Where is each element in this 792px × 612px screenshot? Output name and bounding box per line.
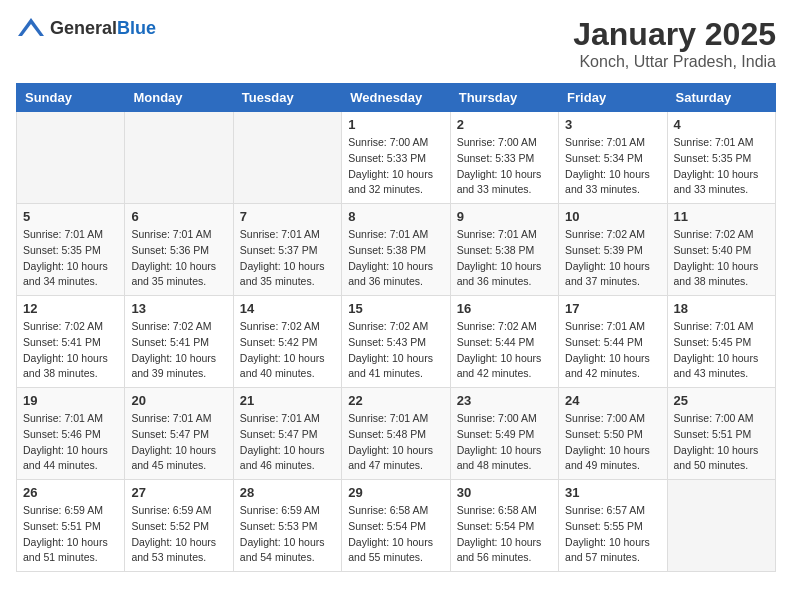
calendar-week-row: 19Sunrise: 7:01 AM Sunset: 5:46 PM Dayli…: [17, 388, 776, 480]
table-row: 15Sunrise: 7:02 AM Sunset: 5:43 PM Dayli…: [342, 296, 450, 388]
day-info: Sunrise: 7:02 AM Sunset: 5:42 PM Dayligh…: [240, 319, 335, 382]
table-row: 29Sunrise: 6:58 AM Sunset: 5:54 PM Dayli…: [342, 480, 450, 572]
day-info: Sunrise: 7:00 AM Sunset: 5:50 PM Dayligh…: [565, 411, 660, 474]
day-number: 15: [348, 301, 443, 316]
table-row: 30Sunrise: 6:58 AM Sunset: 5:54 PM Dayli…: [450, 480, 558, 572]
logo: GeneralBlue: [16, 16, 156, 40]
calendar-location: Konch, Uttar Pradesh, India: [573, 53, 776, 71]
day-number: 26: [23, 485, 118, 500]
table-row: 10Sunrise: 7:02 AM Sunset: 5:39 PM Dayli…: [559, 204, 667, 296]
table-row: 7Sunrise: 7:01 AM Sunset: 5:37 PM Daylig…: [233, 204, 341, 296]
day-number: 29: [348, 485, 443, 500]
day-number: 14: [240, 301, 335, 316]
day-info: Sunrise: 7:01 AM Sunset: 5:44 PM Dayligh…: [565, 319, 660, 382]
day-number: 2: [457, 117, 552, 132]
day-info: Sunrise: 7:00 AM Sunset: 5:51 PM Dayligh…: [674, 411, 769, 474]
table-row: 2Sunrise: 7:00 AM Sunset: 5:33 PM Daylig…: [450, 112, 558, 204]
day-number: 12: [23, 301, 118, 316]
day-number: 5: [23, 209, 118, 224]
day-info: Sunrise: 7:01 AM Sunset: 5:38 PM Dayligh…: [348, 227, 443, 290]
day-number: 16: [457, 301, 552, 316]
day-number: 4: [674, 117, 769, 132]
day-info: Sunrise: 7:01 AM Sunset: 5:36 PM Dayligh…: [131, 227, 226, 290]
table-row: 25Sunrise: 7:00 AM Sunset: 5:51 PM Dayli…: [667, 388, 775, 480]
day-info: Sunrise: 6:57 AM Sunset: 5:55 PM Dayligh…: [565, 503, 660, 566]
table-row: [125, 112, 233, 204]
day-number: 20: [131, 393, 226, 408]
col-tuesday: Tuesday: [233, 84, 341, 112]
day-info: Sunrise: 6:59 AM Sunset: 5:51 PM Dayligh…: [23, 503, 118, 566]
calendar-header-row: Sunday Monday Tuesday Wednesday Thursday…: [17, 84, 776, 112]
table-row: [233, 112, 341, 204]
calendar-week-row: 12Sunrise: 7:02 AM Sunset: 5:41 PM Dayli…: [17, 296, 776, 388]
day-info: Sunrise: 6:58 AM Sunset: 5:54 PM Dayligh…: [457, 503, 552, 566]
table-row: 13Sunrise: 7:02 AM Sunset: 5:41 PM Dayli…: [125, 296, 233, 388]
day-info: Sunrise: 7:01 AM Sunset: 5:46 PM Dayligh…: [23, 411, 118, 474]
day-info: Sunrise: 7:01 AM Sunset: 5:34 PM Dayligh…: [565, 135, 660, 198]
day-number: 27: [131, 485, 226, 500]
table-row: 20Sunrise: 7:01 AM Sunset: 5:47 PM Dayli…: [125, 388, 233, 480]
day-info: Sunrise: 7:00 AM Sunset: 5:49 PM Dayligh…: [457, 411, 552, 474]
col-friday: Friday: [559, 84, 667, 112]
col-saturday: Saturday: [667, 84, 775, 112]
day-info: Sunrise: 7:02 AM Sunset: 5:44 PM Dayligh…: [457, 319, 552, 382]
day-number: 6: [131, 209, 226, 224]
day-number: 21: [240, 393, 335, 408]
table-row: 14Sunrise: 7:02 AM Sunset: 5:42 PM Dayli…: [233, 296, 341, 388]
day-number: 19: [23, 393, 118, 408]
day-number: 30: [457, 485, 552, 500]
table-row: 1Sunrise: 7:00 AM Sunset: 5:33 PM Daylig…: [342, 112, 450, 204]
day-number: 28: [240, 485, 335, 500]
day-info: Sunrise: 7:00 AM Sunset: 5:33 PM Dayligh…: [457, 135, 552, 198]
day-info: Sunrise: 6:59 AM Sunset: 5:52 PM Dayligh…: [131, 503, 226, 566]
table-row: 23Sunrise: 7:00 AM Sunset: 5:49 PM Dayli…: [450, 388, 558, 480]
table-row: 26Sunrise: 6:59 AM Sunset: 5:51 PM Dayli…: [17, 480, 125, 572]
calendar-table: Sunday Monday Tuesday Wednesday Thursday…: [16, 83, 776, 572]
day-info: Sunrise: 7:01 AM Sunset: 5:38 PM Dayligh…: [457, 227, 552, 290]
table-row: 27Sunrise: 6:59 AM Sunset: 5:52 PM Dayli…: [125, 480, 233, 572]
day-info: Sunrise: 7:01 AM Sunset: 5:37 PM Dayligh…: [240, 227, 335, 290]
table-row: 22Sunrise: 7:01 AM Sunset: 5:48 PM Dayli…: [342, 388, 450, 480]
table-row: [17, 112, 125, 204]
day-info: Sunrise: 7:02 AM Sunset: 5:40 PM Dayligh…: [674, 227, 769, 290]
table-row: 6Sunrise: 7:01 AM Sunset: 5:36 PM Daylig…: [125, 204, 233, 296]
day-number: 7: [240, 209, 335, 224]
table-row: 17Sunrise: 7:01 AM Sunset: 5:44 PM Dayli…: [559, 296, 667, 388]
table-row: 28Sunrise: 6:59 AM Sunset: 5:53 PM Dayli…: [233, 480, 341, 572]
day-info: Sunrise: 7:02 AM Sunset: 5:41 PM Dayligh…: [131, 319, 226, 382]
table-row: 8Sunrise: 7:01 AM Sunset: 5:38 PM Daylig…: [342, 204, 450, 296]
table-row: 5Sunrise: 7:01 AM Sunset: 5:35 PM Daylig…: [17, 204, 125, 296]
table-row: 18Sunrise: 7:01 AM Sunset: 5:45 PM Dayli…: [667, 296, 775, 388]
table-row: 9Sunrise: 7:01 AM Sunset: 5:38 PM Daylig…: [450, 204, 558, 296]
table-row: 19Sunrise: 7:01 AM Sunset: 5:46 PM Dayli…: [17, 388, 125, 480]
day-info: Sunrise: 7:00 AM Sunset: 5:33 PM Dayligh…: [348, 135, 443, 198]
col-thursday: Thursday: [450, 84, 558, 112]
table-row: 3Sunrise: 7:01 AM Sunset: 5:34 PM Daylig…: [559, 112, 667, 204]
day-number: 31: [565, 485, 660, 500]
day-number: 3: [565, 117, 660, 132]
logo-icon: [16, 16, 46, 40]
day-number: 17: [565, 301, 660, 316]
table-row: 4Sunrise: 7:01 AM Sunset: 5:35 PM Daylig…: [667, 112, 775, 204]
day-number: 11: [674, 209, 769, 224]
day-number: 9: [457, 209, 552, 224]
col-sunday: Sunday: [17, 84, 125, 112]
table-row: 12Sunrise: 7:02 AM Sunset: 5:41 PM Dayli…: [17, 296, 125, 388]
day-number: 1: [348, 117, 443, 132]
table-row: 21Sunrise: 7:01 AM Sunset: 5:47 PM Dayli…: [233, 388, 341, 480]
logo-blue-text: Blue: [117, 18, 156, 38]
col-wednesday: Wednesday: [342, 84, 450, 112]
table-row: 16Sunrise: 7:02 AM Sunset: 5:44 PM Dayli…: [450, 296, 558, 388]
day-info: Sunrise: 6:59 AM Sunset: 5:53 PM Dayligh…: [240, 503, 335, 566]
table-row: 24Sunrise: 7:00 AM Sunset: 5:50 PM Dayli…: [559, 388, 667, 480]
day-info: Sunrise: 7:01 AM Sunset: 5:47 PM Dayligh…: [240, 411, 335, 474]
col-monday: Monday: [125, 84, 233, 112]
day-info: Sunrise: 7:01 AM Sunset: 5:48 PM Dayligh…: [348, 411, 443, 474]
day-number: 24: [565, 393, 660, 408]
day-info: Sunrise: 7:01 AM Sunset: 5:35 PM Dayligh…: [674, 135, 769, 198]
day-number: 8: [348, 209, 443, 224]
calendar-week-row: 1Sunrise: 7:00 AM Sunset: 5:33 PM Daylig…: [17, 112, 776, 204]
table-row: [667, 480, 775, 572]
table-row: 11Sunrise: 7:02 AM Sunset: 5:40 PM Dayli…: [667, 204, 775, 296]
calendar-week-row: 26Sunrise: 6:59 AM Sunset: 5:51 PM Dayli…: [17, 480, 776, 572]
